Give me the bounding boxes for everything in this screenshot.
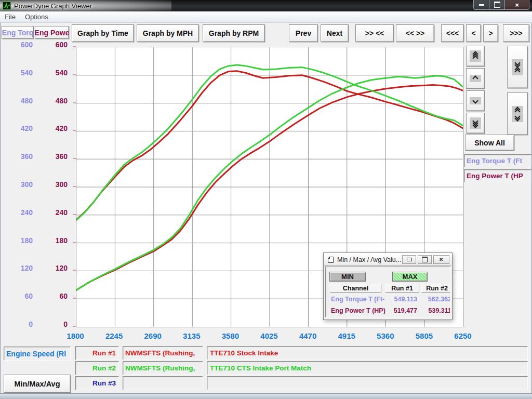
minmax-minimize-button[interactable] bbox=[402, 255, 416, 264]
run-description-field-2: TTE710 CTS Intake Port Match bbox=[207, 361, 528, 375]
minmax-panel: MIN MAX Channel Run #1 Run #2 Eng Torque… bbox=[325, 267, 450, 317]
column-header-channel: Channel bbox=[330, 284, 381, 292]
menu-item-file[interactable]: File bbox=[0, 13, 20, 21]
window-title: PowerDyne Graph Viewer bbox=[14, 2, 92, 10]
y-label-power: 600 bbox=[36, 41, 68, 49]
y-label-torque: 60 bbox=[2, 292, 33, 301]
close-button[interactable]: + bbox=[505, 0, 529, 10]
y-label-torque: 0 bbox=[2, 320, 33, 329]
x-label: 3135 bbox=[172, 331, 211, 340]
show-all-button[interactable]: Show All bbox=[465, 135, 514, 151]
y-label-power: 480 bbox=[36, 97, 68, 105]
maximize-icon bbox=[494, 2, 500, 8]
form-icon bbox=[327, 256, 334, 263]
y-label-power: 300 bbox=[36, 180, 68, 189]
zoom-out-button[interactable]: << >> bbox=[396, 24, 434, 42]
x-label: 2690 bbox=[134, 331, 172, 340]
y-label-torque: 480 bbox=[2, 97, 33, 105]
minmax-close-button[interactable]: + bbox=[433, 255, 449, 264]
scroll-right-button[interactable]: > bbox=[483, 24, 498, 42]
graph-by-rpm-button[interactable]: Graph by RPM bbox=[203, 24, 265, 42]
app-icon bbox=[3, 2, 11, 10]
run-label-3[interactable]: Run #3 bbox=[75, 376, 119, 390]
x-label: 4470 bbox=[289, 331, 327, 340]
expand-scale-button[interactable] bbox=[507, 92, 528, 135]
run-operator-field-3 bbox=[123, 376, 203, 390]
y-label-power: 0 bbox=[36, 320, 68, 329]
minmax-channel-name: Eng Power T (HP) bbox=[331, 307, 385, 314]
graph-by-mph-button[interactable]: Graph by MPH bbox=[137, 24, 199, 42]
scroll-down-button[interactable] bbox=[466, 90, 485, 111]
y-label-torque: 240 bbox=[2, 208, 33, 217]
x-label: 3580 bbox=[211, 331, 249, 340]
legend-eng-torque[interactable]: Eng Torque T (Ft bbox=[464, 154, 531, 167]
scroll-full-up-button[interactable] bbox=[466, 46, 485, 66]
minimize-button[interactable] bbox=[473, 0, 489, 10]
y-label-power: 540 bbox=[36, 69, 68, 77]
y-label-torque: 300 bbox=[2, 180, 33, 189]
triple-down-chevron-icon bbox=[470, 117, 481, 129]
minmax-run2-value: 562.362 bbox=[420, 296, 450, 303]
scroll-full-down-button[interactable] bbox=[466, 113, 485, 134]
y-label-power: 120 bbox=[36, 264, 68, 273]
compress-scale-button[interactable] bbox=[507, 46, 528, 88]
minmaxavg-button[interactable]: Min/Max/Avg bbox=[4, 375, 71, 393]
y-label-torque: 600 bbox=[2, 41, 33, 49]
y-label-torque: 180 bbox=[2, 236, 33, 245]
minmax-window-titlebar[interactable]: Min / Max / Avg Valu... + bbox=[324, 254, 451, 266]
minmax-maximize-button[interactable] bbox=[418, 255, 432, 264]
minmax-window: Min / Max / Avg Valu... + MIN MAX Channe… bbox=[323, 252, 453, 320]
y-label-power: 240 bbox=[36, 208, 68, 217]
graph-by-time-button[interactable]: Graph by Time bbox=[72, 24, 134, 42]
y-label-power: 420 bbox=[36, 124, 68, 133]
y-label-power: 180 bbox=[36, 236, 68, 245]
close-icon: + bbox=[437, 256, 445, 263]
tab-eng-torque[interactable]: Eng Torq bbox=[2, 26, 34, 39]
y-label-power: 60 bbox=[36, 292, 68, 301]
scroll-far-right-button[interactable]: >>> bbox=[503, 24, 529, 42]
next-button[interactable]: Next bbox=[321, 24, 349, 42]
x-channel-button[interactable]: Engine Speed (Rl bbox=[4, 347, 71, 361]
minmax-window-title: Min / Max / Avg Valu... bbox=[337, 256, 401, 263]
run-description-field-3 bbox=[207, 376, 528, 390]
column-header-run1: Run #1 bbox=[385, 284, 419, 292]
x-label: 5805 bbox=[405, 331, 443, 340]
run-label-2[interactable]: Run #2 bbox=[75, 361, 119, 375]
column-header-run2: Run #2 bbox=[421, 284, 450, 292]
run-label-1[interactable]: Run #1 bbox=[75, 346, 119, 360]
minmax-window-controls: + bbox=[401, 255, 449, 264]
y-label-power: 360 bbox=[36, 152, 68, 161]
max-toggle-button[interactable]: MAX bbox=[392, 272, 428, 282]
minimize-icon bbox=[479, 4, 484, 6]
scroll-far-left-button[interactable]: <<< bbox=[441, 24, 464, 42]
x-label: 4915 bbox=[327, 331, 366, 340]
window-controls: + bbox=[473, 0, 529, 9]
min-toggle-button[interactable]: MIN bbox=[329, 272, 366, 282]
y-label-torque: 120 bbox=[2, 264, 33, 273]
maximize-button[interactable] bbox=[489, 0, 505, 10]
minmax-run2-value: 539.311 bbox=[420, 307, 450, 314]
x-label: 6250 bbox=[444, 331, 482, 340]
x-label: 5360 bbox=[366, 331, 405, 340]
legend-eng-power[interactable]: Eng Power T (HP bbox=[464, 169, 531, 182]
y-label-torque: 420 bbox=[2, 124, 33, 133]
x-label: 4025 bbox=[250, 331, 288, 340]
tab-eng-power[interactable]: Eng Powe bbox=[35, 26, 69, 39]
scroll-up-button[interactable] bbox=[466, 68, 485, 89]
x-label: 2245 bbox=[95, 331, 134, 340]
triple-up-chevron-icon bbox=[470, 50, 481, 62]
titlebar[interactable]: PowerDyne Graph Viewer + bbox=[0, 0, 532, 11]
maximize-icon bbox=[422, 257, 428, 262]
minmax-channel-name: Eng Torque T (Ft- bbox=[331, 296, 384, 303]
y-label-torque: 360 bbox=[2, 152, 33, 161]
scroll-left-button[interactable]: < bbox=[466, 24, 481, 42]
prev-button[interactable]: Prev bbox=[289, 24, 318, 42]
run-operator-field-1: NWMSFTS (Rushing, bbox=[123, 346, 203, 360]
run-operator-field-2: NWMSFTS (Rushing, bbox=[123, 361, 203, 375]
y-label-torque: 540 bbox=[2, 69, 33, 77]
menu-item-options[interactable]: Options bbox=[20, 13, 53, 21]
compress-icon bbox=[512, 59, 523, 75]
close-icon: + bbox=[513, 1, 522, 9]
zoom-in-button[interactable]: >> << bbox=[355, 24, 394, 42]
up-chevron-icon bbox=[470, 75, 481, 82]
